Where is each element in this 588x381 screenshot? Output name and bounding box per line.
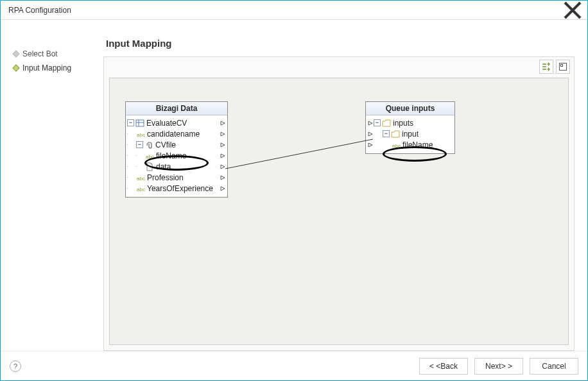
sidebar-item-label: Select Bot (22, 49, 58, 58)
text-icon: abc (136, 130, 145, 139)
auto-map-icon (542, 62, 551, 71)
layout-icon (558, 62, 567, 71)
sidebar-item-input-mapping[interactable]: Input Mapping (13, 61, 97, 75)
text-icon: abc (392, 140, 401, 149)
panel-queue-inputs[interactable]: Queue inputs − inputs − (365, 101, 455, 154)
tree-row-data[interactable]: data (127, 161, 226, 172)
port-out[interactable] (220, 185, 226, 192)
tree-row-inputs[interactable]: − inputs (367, 117, 453, 128)
canvas-toolbar (539, 60, 570, 74)
sidebar: Select Bot Input Mapping (1, 20, 103, 351)
footer-buttons: < <Back Next> > Cancel (419, 358, 578, 375)
port-out[interactable] (220, 142, 226, 148)
close-button[interactable] (563, 3, 582, 18)
port-out[interactable] (220, 164, 226, 170)
port-out[interactable] (220, 174, 226, 181)
footer: ? < <Back Next> > Cancel (1, 351, 587, 380)
text-icon: abc (145, 151, 154, 160)
tree-label: inputs (393, 119, 453, 128)
sidebar-item-select-bot[interactable]: Select Bot (13, 47, 97, 61)
tree-label: EvaluateCV (146, 119, 220, 128)
cancel-button[interactable]: Cancel (530, 358, 578, 375)
file-icon (145, 162, 154, 171)
collapse-icon[interactable]: − (383, 130, 390, 137)
svg-text:abc: abc (137, 176, 145, 182)
tree-row-profession[interactable]: abc Profession (127, 172, 226, 183)
svg-text:abc: abc (392, 143, 401, 149)
window-title: RPA Configuration (8, 6, 71, 15)
auto-map-button[interactable] (539, 60, 553, 74)
port-out[interactable] (220, 153, 226, 159)
panel-body: − EvaluateCV abc candidatename (126, 115, 227, 197)
entity-icon (135, 119, 144, 128)
panel-header: Queue inputs (366, 102, 454, 115)
tree-label: fileName (156, 151, 220, 160)
tree-row-input[interactable]: − input (367, 128, 453, 139)
back-button[interactable]: < <Back (419, 358, 468, 375)
tree-row-cvfile[interactable]: − CVfile (127, 139, 226, 150)
tree-row-yearsofexperience[interactable]: abc YearsOfExperience (127, 183, 226, 194)
port-in[interactable] (367, 142, 374, 148)
canvas-wrap: Bizagi Data − EvaluateCV (103, 56, 575, 351)
attachment-icon (144, 140, 153, 149)
window: RPA Configuration Select Bot Input Mappi… (0, 0, 588, 381)
titlebar: RPA Configuration (1, 1, 587, 20)
svg-line-2 (225, 139, 373, 169)
svg-text:abc: abc (137, 187, 145, 192)
tree-label: Profession (147, 173, 220, 182)
svg-rect-1 (561, 65, 563, 67)
help-icon: ? (13, 362, 17, 370)
tree-label: data (156, 162, 220, 171)
panel-bizagi-data[interactable]: Bizagi Data − EvaluateCV (125, 101, 228, 198)
text-icon: abc (136, 184, 145, 193)
panel-header: Bizagi Data (126, 102, 227, 115)
sidebar-item-label: Input Mapping (22, 64, 71, 72)
tree-row-filename[interactable]: abc fileName (127, 150, 226, 161)
page-title: Input Mapping (106, 38, 575, 49)
port-in[interactable] (367, 120, 374, 126)
tree-label: YearsOfExperience (147, 184, 220, 193)
folder-icon (382, 119, 391, 128)
port-out[interactable] (220, 120, 226, 126)
port-out[interactable] (220, 131, 226, 137)
tree-row-candidatename[interactable]: abc candidatename (127, 128, 226, 139)
close-icon (563, 1, 582, 20)
svg-text:abc: abc (146, 154, 154, 160)
body: Select Bot Input Mapping Input Mapping (1, 20, 587, 351)
tree-row-filename-target[interactable]: abc fileName (367, 139, 453, 150)
tree-row-evaluatecv[interactable]: − EvaluateCV (127, 117, 226, 128)
diamond-icon (12, 50, 19, 57)
collapse-icon[interactable]: − (374, 119, 381, 126)
tree-label: fileName (402, 140, 453, 149)
diamond-icon (12, 64, 19, 71)
mapping-connection (225, 138, 373, 170)
text-icon: abc (136, 173, 145, 182)
collapse-icon[interactable]: − (136, 141, 143, 148)
panel-body: − inputs − input (366, 115, 454, 153)
next-button[interactable]: Next> > (474, 358, 523, 375)
tree-label: candidatename (147, 130, 220, 139)
main: Input Mapping (103, 20, 587, 351)
tree-label: CVfile (155, 140, 220, 149)
svg-rect-3 (136, 120, 144, 126)
folder-icon (391, 130, 400, 139)
port-in[interactable] (367, 131, 374, 137)
help-button[interactable]: ? (10, 360, 21, 372)
canvas[interactable]: Bizagi Data − EvaluateCV (109, 78, 569, 345)
svg-text:abc: abc (137, 132, 145, 138)
collapse-icon[interactable]: − (127, 119, 134, 126)
tree-label: input (402, 130, 453, 139)
layout-button[interactable] (556, 60, 570, 74)
